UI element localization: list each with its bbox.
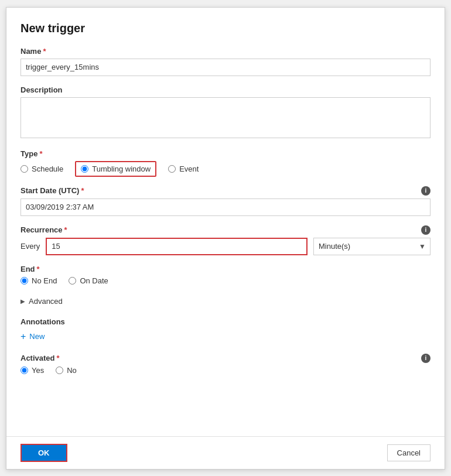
type-tumbling-window-option[interactable]: Tumbling window: [75, 161, 156, 177]
end-on-date-option[interactable]: On Date: [69, 276, 108, 285]
type-schedule-radio[interactable]: [20, 165, 28, 173]
type-event-option[interactable]: Event: [168, 165, 199, 173]
ok-button[interactable]: OK: [20, 444, 67, 462]
name-input[interactable]: [20, 59, 430, 76]
end-required-star: *: [37, 265, 40, 273]
type-schedule-option[interactable]: Schedule: [20, 165, 63, 173]
recurrence-value-input[interactable]: [46, 238, 308, 255]
end-no-end-option[interactable]: No End: [20, 276, 57, 285]
recurrence-required-star: *: [64, 225, 67, 234]
start-date-info-icon[interactable]: i: [421, 186, 430, 196]
advanced-toggle[interactable]: ▶ Advanced: [20, 294, 430, 308]
description-field-group: Description: [20, 85, 430, 140]
type-required-star: *: [39, 149, 42, 158]
name-label: Name *: [20, 47, 46, 56]
advanced-section: ▶ Advanced: [20, 294, 430, 308]
recurrence-every-label: Every: [20, 242, 40, 251]
dialog-title: New trigger: [20, 22, 430, 35]
end-no-end-radio[interactable]: [20, 277, 28, 285]
activated-yes-option[interactable]: Yes: [20, 366, 44, 375]
start-date-input[interactable]: [20, 198, 430, 216]
type-radio-group: Schedule Tumbling window Event: [20, 161, 430, 177]
start-date-field-group: Start Date (UTC) * i: [20, 186, 430, 216]
advanced-arrow-icon: ▶: [20, 298, 25, 304]
description-input[interactable]: [20, 97, 430, 138]
activated-required-star: *: [57, 354, 60, 362]
end-radio-group: No End On Date: [20, 276, 430, 285]
cancel-button[interactable]: Cancel: [387, 444, 430, 461]
activated-radio-group: Yes No: [20, 366, 430, 375]
name-field-group: Name *: [20, 47, 430, 76]
recurrence-info-icon[interactable]: i: [421, 225, 430, 235]
dialog-body: New trigger Name * Description Type *: [6, 8, 445, 436]
activated-no-radio[interactable]: [56, 367, 63, 374]
type-event-radio[interactable]: [168, 165, 176, 173]
name-required-star: *: [43, 47, 46, 56]
activated-field-group: Activated * i Yes No: [20, 354, 430, 375]
annotations-section: Annotations + New: [20, 317, 430, 344]
activated-info-icon[interactable]: i: [421, 354, 430, 363]
recurrence-row: Every Minute(s) Hour(s) Day(s) Week(s) M…: [20, 238, 430, 255]
start-date-required-star: *: [81, 186, 84, 195]
add-annotation-button[interactable]: + New: [20, 329, 45, 344]
end-on-date-radio[interactable]: [69, 277, 76, 285]
type-field-group: Type * Schedule Tumbling window Event: [20, 149, 430, 177]
end-field-group: End * No End On Date: [20, 265, 430, 285]
add-annotation-label: New: [29, 332, 45, 341]
recurrence-field-group: Recurrence * i Every Minute(s) Hour(s) D…: [20, 225, 430, 255]
type-tumbling-window-radio[interactable]: [81, 165, 88, 173]
new-trigger-dialog: New trigger Name * Description Type *: [6, 7, 445, 470]
activated-no-option[interactable]: No: [56, 366, 77, 375]
dialog-footer: OK Cancel: [6, 436, 445, 469]
advanced-label: Advanced: [29, 297, 63, 306]
recurrence-unit-wrapper: Minute(s) Hour(s) Day(s) Week(s) Month(s…: [313, 238, 430, 255]
plus-icon: +: [20, 331, 26, 342]
activated-yes-radio[interactable]: [20, 367, 28, 374]
recurrence-unit-select[interactable]: Minute(s) Hour(s) Day(s) Week(s) Month(s…: [313, 238, 430, 255]
